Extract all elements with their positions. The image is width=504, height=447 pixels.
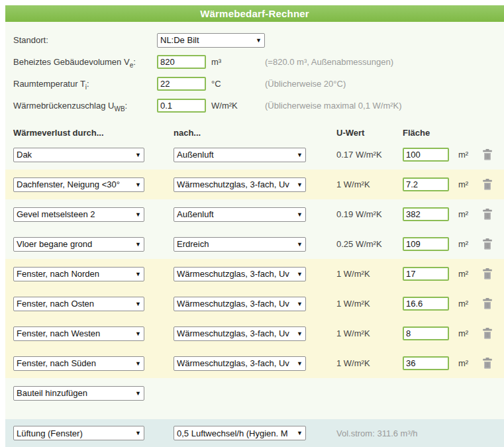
add-component-select[interactable]: Bauteil hinzufügen ▼: [13, 386, 144, 401]
location-row: Standort: NL:De Bilt ▼: [5, 29, 504, 51]
component-select[interactable]: Dak ▼: [13, 148, 144, 162]
area-unit: m²: [458, 269, 468, 279]
area-input[interactable]: [403, 326, 449, 340]
temperature-unit: °C: [211, 79, 221, 89]
target-select[interactable]: Wärmeschutzglas, 3-fach, Uv ▼: [174, 297, 306, 311]
table-row: Fenster, nach Süden ▼ Wärmeschutzglas, 3…: [5, 348, 504, 378]
volume-row: Beheiztes Gebäudevolumen Ve: m³ (=820.0 …: [5, 51, 504, 73]
header-component: Wärmeverlust durch...: [13, 128, 174, 138]
area-unit: m²: [458, 209, 468, 219]
header-u-value: U-Wert: [336, 128, 403, 138]
page-title: Wärmebedarf-Rechner: [5, 5, 504, 22]
table-row: Fenster, nach Norden ▼ Wärmeschutzglas, …: [5, 259, 504, 289]
u-value-text: 0.17 W/m²K: [336, 150, 403, 160]
component-select[interactable]: Fenster, nach Osten ▼: [13, 297, 144, 311]
delete-row-button[interactable]: [482, 268, 493, 280]
trash-icon: [482, 298, 493, 310]
area-input[interactable]: [403, 207, 449, 221]
trash-icon: [482, 238, 493, 250]
area-unit: m²: [458, 150, 468, 160]
ventilation-type-select[interactable]: Lüftung (Fenster) ▼: [13, 426, 144, 440]
target-select[interactable]: Außenluft ▼: [174, 148, 306, 162]
trash-icon: [482, 268, 493, 280]
trash-icon: [482, 358, 493, 370]
area-input[interactable]: [403, 356, 449, 370]
volume-flow-value: Vol.strom: 311.6 m³/h: [336, 428, 418, 438]
target-select[interactable]: Wärmeschutzglas, 3-fach, Uv ▼: [174, 177, 306, 192]
u-value-text: 0.19 W/m²K: [336, 209, 403, 219]
component-select[interactable]: Fenster, nach Süden ▼: [13, 356, 144, 371]
u-value-text: 1 W/m²K: [336, 358, 403, 368]
u-value-text: 1 W/m²K: [336, 299, 403, 309]
component-select[interactable]: Fenster, nach Westen ▼: [13, 326, 144, 341]
temperature-input[interactable]: [157, 77, 206, 91]
location-label: Standort:: [13, 35, 157, 45]
component-select[interactable]: Dachfenster, Neigung <30° ▼: [13, 177, 144, 192]
table-row: Fenster, nach Westen ▼ Wärmeschutzglas, …: [5, 319, 504, 348]
table-row: Gevel metselsteen 2 ▼ Außenluft ▼ 0.19 W…: [5, 199, 504, 229]
volume-label: Beheiztes Gebäudevolumen Ve:: [13, 57, 157, 67]
component-select[interactable]: Fenster, nach Norden ▼: [13, 267, 144, 281]
component-select[interactable]: Gevel metselsteen 2 ▼: [13, 207, 144, 222]
trash-icon: [482, 328, 493, 340]
trash-icon: [482, 179, 493, 191]
table-row: Dachfenster, Neigung <30° ▼ Wärmeschutzg…: [5, 170, 504, 199]
trash-icon: [482, 149, 493, 161]
header-target: nach...: [174, 128, 336, 138]
delete-row-button[interactable]: [482, 358, 493, 370]
calculator-body: Standort: NL:De Bilt ▼ Beheiztes Gebäude…: [5, 22, 504, 447]
delete-row-button[interactable]: [482, 328, 493, 340]
volume-input[interactable]: [157, 55, 206, 69]
area-input[interactable]: [403, 148, 449, 162]
calculator-panel: Wärmebedarf-Rechner Standort: NL:De Bilt…: [5, 5, 504, 447]
target-select[interactable]: Wärmeschutzglas, 3-fach, Uv ▼: [174, 326, 306, 341]
target-select[interactable]: Außenluft ▼: [174, 207, 306, 222]
header-area: Fläche: [403, 128, 430, 138]
delete-row-button[interactable]: [482, 149, 493, 161]
add-component-row: Bauteil hinzufügen ▼: [5, 378, 504, 408]
area-unit: m²: [458, 299, 468, 309]
thermal-bridge-input[interactable]: [157, 99, 206, 113]
delete-row-button[interactable]: [482, 179, 493, 191]
u-value-text: 1 W/m²K: [336, 328, 403, 338]
temperature-note: (Üblicherweise 20°C): [265, 79, 346, 89]
table-row: Dak ▼ Außenluft ▼ 0.17 W/m²K m²: [5, 140, 504, 170]
trash-icon: [482, 209, 493, 221]
temperature-label: Raumtemperatur Ti:: [13, 79, 157, 89]
ventilation-rate-select[interactable]: 0,5 Luftwechsel/h (Hygien. M ▼: [174, 426, 306, 440]
table-row: Fenster, nach Osten ▼ Wärmeschutzglas, 3…: [5, 289, 504, 319]
area-input[interactable]: [403, 177, 449, 191]
temperature-row: Raumtemperatur Ti: °C (Üblicherweise 20°…: [5, 73, 504, 95]
location-select[interactable]: NL:De Bilt ▼: [157, 33, 265, 48]
delete-row-button[interactable]: [482, 298, 493, 310]
ventilation-row: Lüftung (Fenster) ▼ 0,5 Luftwechsel/h (H…: [5, 419, 504, 447]
target-select[interactable]: Wärmeschutzglas, 3-fach, Uv ▼: [174, 267, 306, 281]
component-table-rows: Dak ▼ Außenluft ▼ 0.17 W/m²K m²: [5, 140, 504, 378]
u-value-text: 0.25 W/m²K: [336, 239, 403, 249]
delete-row-button[interactable]: [482, 209, 493, 221]
area-unit: m²: [458, 239, 468, 249]
area-unit: m²: [458, 328, 468, 338]
thermal-bridge-unit: W/m²K: [211, 101, 238, 111]
area-input[interactable]: [403, 267, 449, 281]
u-value-text: 1 W/m²K: [336, 269, 403, 279]
area-input[interactable]: [403, 297, 449, 311]
component-select[interactable]: Vloer begane grond ▼: [13, 237, 144, 252]
area-unit: m²: [458, 358, 468, 368]
target-select[interactable]: Erdreich ▼: [174, 237, 306, 252]
thermal-bridge-note: (Üblicherweise maximal 0,1 W/m²K): [265, 101, 402, 111]
volume-unit: m³: [211, 57, 221, 67]
target-select[interactable]: Wärmeschutzglas, 3-fach, Uv ▼: [174, 356, 306, 371]
area-input[interactable]: [403, 237, 449, 251]
area-unit: m²: [458, 179, 468, 189]
table-row: Vloer begane grond ▼ Erdreich ▼ 0.25 W/m…: [5, 229, 504, 259]
thermal-bridge-row: Wärmebrückenzuschlag UWB: W/m²K (Übliche…: [5, 95, 504, 117]
delete-row-button[interactable]: [482, 238, 493, 250]
thermal-bridge-label: Wärmebrückenzuschlag UWB:: [13, 101, 157, 111]
component-table-header: Wärmeverlust durch... nach... U-Wert Flä…: [5, 126, 504, 140]
general-settings: Standort: NL:De Bilt ▼ Beheiztes Gebäude…: [5, 22, 504, 117]
u-value-text: 1 W/m²K: [336, 179, 403, 189]
volume-note: (=820.0 m³, Außenabmessungen): [265, 57, 393, 67]
